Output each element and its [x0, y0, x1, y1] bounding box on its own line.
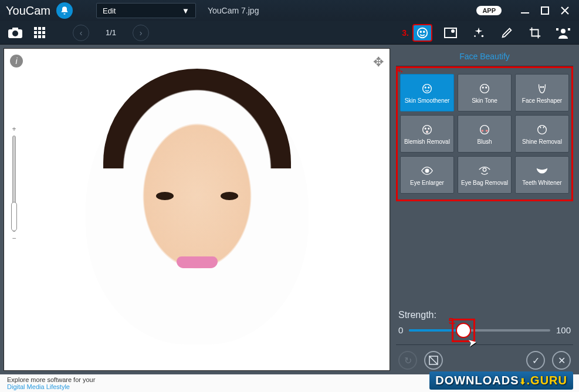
tool-label: Eye Enlarger	[410, 180, 444, 186]
footer-line1: Explore more software for your	[7, 376, 95, 383]
crop-tool[interactable]	[525, 24, 545, 42]
svg-point-35	[426, 131, 428, 133]
zoom-track[interactable]	[12, 136, 16, 232]
svg-point-41	[483, 168, 486, 171]
close-button[interactable]	[557, 2, 573, 19]
svg-point-28	[482, 87, 483, 88]
tool-skin-tone[interactable]: Skin Tone	[458, 74, 512, 111]
face-beautify-tool[interactable]	[412, 24, 432, 42]
chevron-left-icon: ‹	[80, 28, 83, 38]
svg-point-24	[423, 84, 432, 93]
chevron-down-icon: ▼	[182, 6, 189, 15]
sparkle-icon	[472, 26, 485, 39]
tool-skin-smoothener[interactable]: Skin Smoothener	[400, 74, 454, 111]
tool-label: Blemish Removal	[404, 138, 450, 145]
beautify-panel: Face Beautify 4. Skin SmoothenerSkin Ton…	[394, 45, 579, 374]
svg-rect-17	[445, 28, 456, 38]
tool-label: Skin Tone	[472, 97, 497, 104]
tool-teeth-whitener[interactable]: Teeth Whitener	[515, 156, 569, 194]
svg-point-26	[428, 87, 429, 88]
strength-slider[interactable]: 0 5. ➤ 100	[396, 325, 573, 341]
effects-tool[interactable]	[469, 24, 489, 42]
zoom-in-icon[interactable]: +	[12, 125, 16, 133]
people-tag-tool[interactable]	[553, 24, 573, 42]
tool-shine-removal[interactable]: Shine Removal	[515, 115, 569, 153]
brush-tool[interactable]	[497, 24, 517, 42]
app-badge[interactable]: APP	[476, 6, 502, 15]
frame-tool[interactable]	[441, 24, 461, 42]
slider-thumb[interactable]	[456, 323, 471, 338]
info-icon: i	[15, 56, 17, 66]
svg-rect-3	[12, 28, 18, 31]
tool-label: Teeth Whitener	[522, 180, 561, 186]
prev-button[interactable]: ‹	[73, 25, 89, 41]
apply-button[interactable]: ✓	[526, 351, 545, 370]
zoom-out-icon[interactable]: −	[12, 234, 16, 242]
tool-label: Skin Smoothener	[405, 97, 450, 104]
grid-icon	[34, 27, 46, 39]
face-icon	[416, 26, 429, 39]
tool-icon	[478, 82, 491, 95]
reset-button[interactable]: ↻	[398, 351, 417, 370]
zoom-thumb[interactable]	[11, 202, 17, 231]
svg-rect-12	[38, 35, 41, 38]
canvas[interactable]: i ✥ + −	[4, 48, 390, 371]
svg-point-14	[418, 28, 428, 38]
cancel-button[interactable]: ✕	[552, 351, 571, 370]
pan-button[interactable]: ✥	[373, 55, 384, 70]
annotation-4: 4.	[396, 65, 403, 74]
tool-blush[interactable]: Blush	[458, 115, 512, 153]
svg-point-38	[486, 130, 488, 132]
svg-point-27	[480, 84, 489, 93]
tool-label: Blush	[477, 138, 492, 145]
minimize-button[interactable]	[517, 2, 533, 19]
grid-button[interactable]	[31, 25, 49, 41]
move-icon: ✥	[373, 55, 384, 69]
strength-label: Strength:	[398, 310, 571, 320]
tool-icon	[536, 82, 548, 95]
svg-point-19	[482, 35, 484, 37]
tool-icon	[478, 164, 491, 177]
svg-point-29	[486, 87, 487, 88]
frame-icon	[444, 28, 457, 38]
svg-point-31	[543, 86, 544, 87]
svg-point-20	[474, 35, 476, 37]
info-button[interactable]: i	[10, 55, 23, 67]
tool-icon	[421, 123, 434, 136]
annotation-3: 3.	[402, 28, 409, 38]
crop-icon	[529, 26, 541, 39]
tool-icon	[536, 164, 548, 177]
next-button[interactable]: ›	[133, 25, 149, 41]
svg-point-25	[425, 87, 426, 88]
slider-track[interactable]: 5. ➤	[409, 329, 550, 332]
svg-point-40	[425, 169, 429, 173]
brush-icon	[500, 26, 513, 39]
svg-rect-8	[34, 31, 37, 34]
tool-label: Face Reshaper	[522, 97, 562, 104]
watermark: DOWNLOADS⬇.GURU	[429, 371, 573, 390]
zoom-slider[interactable]: + −	[10, 125, 18, 242]
maximize-icon	[541, 6, 549, 15]
tool-blemish-removal[interactable]: Blemish Removal	[400, 115, 454, 153]
panel-title: Face Beautify 4.	[396, 48, 573, 66]
tool-label: Eye Bag Removal	[461, 180, 508, 186]
filename-label: YouCam 7.jpg	[208, 6, 259, 15]
compare-button[interactable]	[424, 351, 443, 370]
cursor-icon: ➤	[468, 335, 479, 349]
tool-eye-bag-removal[interactable]: Eye Bag Removal	[458, 156, 512, 194]
tool-face-reshaper[interactable]: Face Reshaper	[515, 74, 569, 111]
tool-icon	[536, 123, 548, 136]
minimize-icon	[521, 6, 529, 15]
maximize-button[interactable]	[537, 2, 553, 19]
svg-point-21	[561, 29, 566, 33]
tool-eye-enlarger[interactable]: Eye Enlarger	[400, 156, 454, 194]
svg-rect-10	[42, 31, 45, 34]
mode-dropdown[interactable]: Edit ▼	[96, 3, 196, 18]
footer-line2[interactable]: Digital Media Lifestyle	[7, 383, 70, 390]
toolbar: ‹ 1/1 › 3.	[0, 21, 579, 45]
notifications-button[interactable]	[56, 2, 73, 19]
svg-point-30	[540, 86, 541, 87]
svg-point-33	[425, 128, 426, 129]
chevron-right-icon: ›	[140, 28, 143, 38]
camera-button[interactable]	[6, 25, 25, 41]
